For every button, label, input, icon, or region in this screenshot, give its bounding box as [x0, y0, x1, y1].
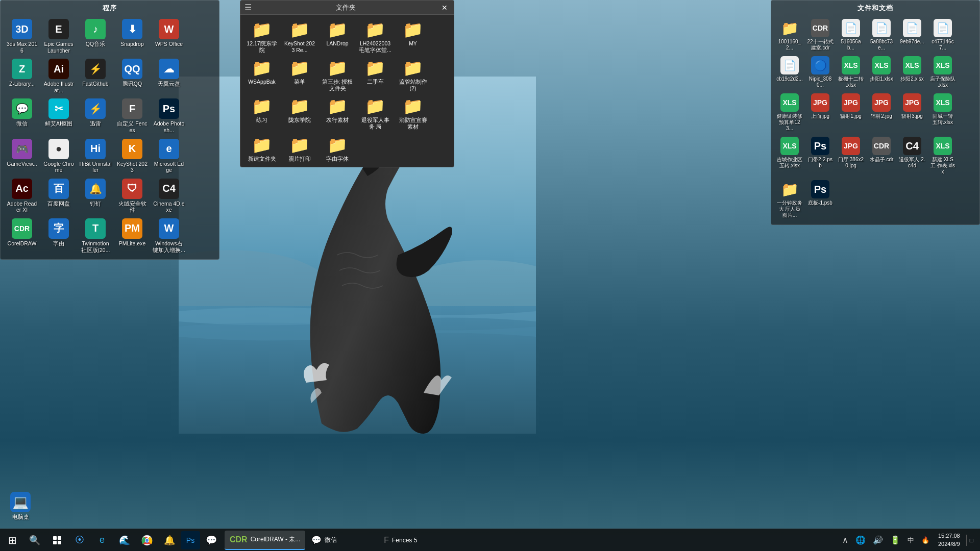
desktop-icon-snapdrop[interactable]: ⬇Snapdrop	[114, 17, 151, 57]
desktop-icon-zlibrary[interactable]: ZZ-Library...	[4, 57, 40, 96]
desktop-icon-fbuyang2[interactable]: XLS步阳2.xlsx	[897, 54, 927, 91]
desktop-icon-coreldraw[interactable]: CDRCorelDRAW	[4, 216, 40, 256]
file-manager-item-fm12[interactable]: 📁陇东学院	[281, 94, 318, 132]
file-manager-item-fm4[interactable]: 📁LH24022003 毛笔字体堂...	[357, 18, 394, 55]
desktop-icon-fmen[interactable]: JPG门厅 386x20.jpg	[836, 135, 866, 178]
tray-battery[interactable]: 🔋	[888, 533, 903, 547]
desktop-icon-fdai22[interactable]: Ps门带2-2.psb	[805, 135, 836, 178]
file-manager-item-fm1[interactable]: 📁12.17院东学 院	[243, 18, 280, 55]
desktop-icon-dingding[interactable]: 🔔钉钉	[77, 177, 114, 216]
desktop-icon-fcb19[interactable]: 📄cb19c2d2...	[774, 54, 805, 91]
desktop-icon-fjizuoyezuqu[interactable]: XLS吉城作业区 五转.xlsx	[774, 135, 805, 178]
desktop-icon-f5a88[interactable]: 📄5a88bc73e...	[866, 17, 897, 54]
taskbar-photoshop[interactable]: Ps	[181, 531, 200, 549]
desktop-icon-fshangdi[interactable]: JPG上面.jpg	[805, 91, 836, 135]
taskbar-chrome[interactable]	[136, 529, 158, 552]
taskbar-app-coreldraw[interactable]: CDR CorelDRAW - 未...	[225, 531, 305, 550]
desktop-icon-xunlei[interactable]: ⚡迅雷	[77, 96, 114, 136]
desktop-icon-adobe-ps[interactable]: PsAdobe Photosh...	[151, 96, 187, 136]
tray-chevron[interactable]: ∧	[840, 533, 851, 547]
desktop-icon-fxinjiangxls[interactable]: XLS新建 XLS 工 作表.xlsx	[927, 135, 958, 178]
desktop-icon-fshetu3[interactable]: JPG辐射3.jpg	[897, 91, 927, 135]
taskbar-msedge2[interactable]: 🌊	[113, 529, 136, 552]
file-manager-item-fm8[interactable]: 📁第三步: 授权 文件夹	[319, 56, 356, 93]
desktop-icon-fdianzi[interactable]: XLS店子保险队 .xlsx	[927, 54, 958, 91]
file-manager-item-fm16[interactable]: 📁新建文件夹	[243, 133, 280, 164]
desktop-icon-twinmotion[interactable]: TTwinmotion 社区版(20...	[77, 216, 114, 256]
desktop-icon-pmlite[interactable]: PMPMLite.exe	[114, 216, 151, 256]
file-manager-item-fm17[interactable]: 📁照片打印	[281, 133, 318, 164]
desktop-icon-hibit[interactable]: HiHiBit Uninstaller	[77, 137, 114, 177]
desktop-icon-fgucheng[interactable]: XLS固城一转 五转.xlsx	[927, 91, 958, 135]
taskbar-cortana[interactable]: ⦿	[68, 529, 91, 552]
desktop-icon-f22yi[interactable]: CDR22十一转式 建室.cdr	[805, 17, 836, 54]
desktop-icon-qqmusic[interactable]: ♪QQ音乐	[77, 17, 114, 57]
file-manager-item-fm18[interactable]: 📁字由字体	[319, 133, 356, 164]
taskbar-windows-security[interactable]: 🔔	[158, 529, 181, 552]
desktop-icon-baidu[interactable]: 百百度网盘	[40, 177, 77, 216]
tray-lang[interactable]: 中	[905, 534, 917, 547]
file-manager-item-fm15[interactable]: 📁消防宣宣赛 素材	[395, 94, 431, 132]
desktop-icon-keyshot2023[interactable]: KKeyShot 2023	[114, 137, 151, 177]
desktop-icon-fbanzhu[interactable]: XLS板栅十二转 .xlsx	[836, 54, 866, 91]
file-manager-item-fm6[interactable]: 📁WSAppBak	[243, 56, 280, 93]
desktop-icon-winenhance[interactable]: WWindows右 键加入增换...	[151, 216, 187, 256]
desktop-icon-fshetu2[interactable]: JPG辐射2.jpg	[866, 91, 897, 135]
taskbar-app-weixin[interactable]: 💬 微信	[306, 531, 378, 550]
file-manager-item-fm9[interactable]: 📁二手车	[357, 56, 394, 93]
desktop-icon-label-adobe-ps: Adobe Photosh...	[153, 120, 185, 133]
file-manager-item-fm3[interactable]: 📁LANDrop	[319, 18, 356, 55]
desktop-icon-fastgithub[interactable]: ⚡FastGithub	[77, 57, 114, 96]
file-manager-item-fm13[interactable]: 📁农行素材	[319, 94, 356, 132]
file-manager-item-fm11[interactable]: 📁练习	[243, 94, 280, 132]
desktop-icon-weixin[interactable]: 💬微信	[4, 96, 40, 136]
desktop-icon-fbuyang1[interactable]: XLS步阳1.xlsx	[866, 54, 897, 91]
desktop-icon-fnipic[interactable]: 🔵Nipic_3080...	[805, 54, 836, 91]
desktop-icon-fmoban[interactable]: Ps底板-1.psb	[805, 178, 836, 221]
file-manager-item-fm10[interactable]: 📁监管站制作 (2)	[395, 56, 431, 93]
system-clock[interactable]: 15:27:08 2024/8/9	[934, 530, 964, 550]
file-manager-menu-icon[interactable]: ☰	[244, 3, 252, 12]
desktop-icon-adobe-illus[interactable]: AiAdobe Illustrat...	[40, 57, 77, 96]
taskbar-weixin[interactable]: 💬	[200, 529, 223, 552]
desktop-icon-google-chrome[interactable]: ●Google Chrome	[40, 137, 77, 177]
show-desktop-button[interactable]: □	[966, 535, 976, 546]
desktop-icon-xianyu[interactable]: ✂鲜艾AI抠图	[40, 96, 77, 136]
start-button[interactable]: ⊞	[1, 529, 23, 552]
file-manager-item-fm7[interactable]: 📁菜单	[281, 56, 318, 93]
desktop-icon-adobe-reader[interactable]: AcAdobe Reader XI	[4, 177, 40, 216]
tray-network[interactable]: 🌐	[853, 533, 868, 547]
desktop-icon-wpsoffice[interactable]: WWPS Office	[151, 17, 187, 57]
file-manager-item-fm14[interactable]: 📁退役军人事务 局	[357, 94, 394, 132]
desktop-icon-yudu[interactable]: 字字由	[40, 216, 77, 256]
file-manager-close-button[interactable]: ✕	[439, 4, 450, 12]
desktop-icon-fc477[interactable]: 📄c477146c7...	[927, 17, 958, 54]
taskbar-app-fences[interactable]: F Fences 5	[379, 531, 450, 550]
desktop-icon-ftuiyijun[interactable]: C4退役军人 2.c4d	[897, 135, 927, 178]
tray-fire[interactable]: 🔥	[919, 534, 932, 546]
desktop-icon-cinema4d[interactable]: C4Cinema 4D.exe	[151, 177, 187, 216]
file-manager-item-fm5[interactable]: 📁MY	[395, 18, 431, 55]
desktop-icon-f9eb[interactable]: 📄9eb97de...	[897, 17, 927, 54]
desktop-icon-gameview[interactable]: 🎮GameView...	[4, 137, 40, 177]
desktop-icon-epic[interactable]: EEpic Games Launcher	[40, 17, 77, 57]
desktop-icon-f516[interactable]: 📄516056ab...	[836, 17, 866, 54]
desktop-icon-tencentmeeting[interactable]: QQ腾讯QQ	[114, 57, 151, 96]
desktop-icon-tianyi[interactable]: ☁天翼云盘	[151, 57, 187, 96]
desktop-icon-msedge[interactable]: eMicrosoft Edge	[151, 137, 187, 177]
desktop-icon-fyifenzhong[interactable]: 📁一分钟政务大 厅人员图片...	[774, 178, 805, 221]
search-button[interactable]: 🔍	[23, 529, 46, 552]
desktop-icon-diandong[interactable]: 💻 电脑桌	[2, 490, 39, 523]
desktop-icon-3dsmax[interactable]: 3D3ds Max 2016	[4, 17, 40, 57]
desktop-icon-zidingyi[interactable]: F自定义 Fences	[114, 96, 151, 136]
desktop-icon-fjiankang[interactable]: XLS健康证装修 预算单123...	[774, 91, 805, 135]
desktop-icon-huoanquan[interactable]: 🛡火绒安全软件	[114, 177, 151, 216]
desktop-icon-f1001[interactable]: 📁1001160_2...	[774, 17, 805, 54]
desktop-icon-fshuima[interactable]: CDR水晶子.cdr	[866, 135, 897, 178]
tray-volume[interactable]: 🔊	[870, 533, 886, 547]
task-view-button[interactable]	[46, 529, 68, 552]
taskbar-edge[interactable]: e	[91, 529, 113, 552]
file-manager-item-fm2[interactable]: 📁KeyShot 2023 Re...	[281, 18, 318, 55]
taskbar-right: ∧ 🌐 🔊 🔋 中 🔥 15:27:08 2024/8/9 □	[840, 530, 980, 550]
desktop-icon-fshetu1[interactable]: JPG辐射1.jpg	[836, 91, 866, 135]
